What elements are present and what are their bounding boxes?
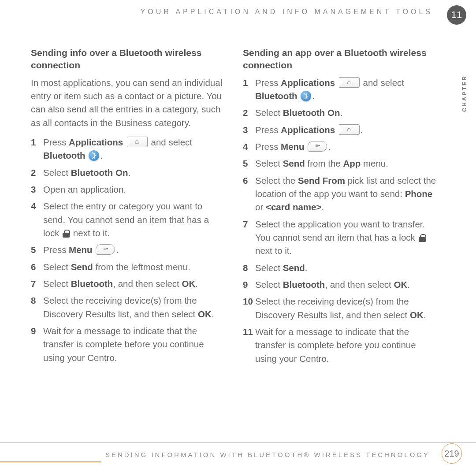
text: Select: [43, 262, 71, 272]
step-text: Select the Send From pick list and selec…: [255, 174, 436, 214]
right-step-2: 2 Select Bluetooth On.: [243, 106, 436, 119]
chapter-label: CHAPTER: [461, 75, 468, 112]
lock-icon: [419, 234, 426, 242]
right-step-1: 1 Press Applications and select Bluetoot…: [243, 76, 436, 103]
text: Select: [255, 108, 283, 118]
text: Press: [43, 245, 69, 255]
left-step-5: 5 Press Menu .: [31, 243, 224, 257]
left-step-8: 8 Select the receiving device(s) from th…: [31, 294, 224, 321]
step-number: 10: [243, 295, 255, 322]
text: .: [195, 279, 198, 289]
text: Select the application you want to trans…: [255, 219, 425, 242]
left-intro-paragraph: In most applications, you can send an in…: [31, 76, 224, 130]
step-text: Select the receiving device(s) from the …: [255, 295, 436, 322]
step-number: 7: [31, 277, 43, 290]
text: .: [312, 91, 315, 101]
bold-text: Menu: [69, 245, 93, 255]
step-number: 4: [243, 140, 255, 153]
left-step-9: 9 Wait for a message to indicate that th…: [31, 324, 224, 364]
left-section-title: Sending info over a Bluetooth wireless c…: [31, 47, 224, 72]
right-step-10: 10 Select the receiving device(s) from t…: [243, 295, 436, 322]
step-number: 3: [31, 183, 43, 196]
step-text: Press Menu .: [255, 140, 436, 153]
step-text: Press Applications .: [255, 123, 436, 137]
text: menu.: [361, 158, 388, 168]
step-number: 3: [243, 123, 255, 137]
bold-text: Bluetooth: [43, 150, 86, 160]
step-number: 1: [31, 136, 43, 163]
text: .: [212, 309, 214, 319]
step-number: 2: [243, 106, 255, 119]
left-step-7: 7 Select Bluetooth, and then select OK.: [31, 277, 224, 290]
step-number: 7: [243, 218, 255, 258]
step-number: 8: [31, 294, 43, 321]
step-number: 8: [243, 261, 255, 275]
text: next to it.: [71, 228, 110, 238]
text: .: [424, 310, 426, 320]
bold-text: App: [343, 158, 361, 168]
text: Select: [43, 167, 71, 178]
bold-text: Send: [71, 262, 93, 272]
left-column: Sending info over a Bluetooth wireless c…: [31, 47, 224, 369]
text: .: [328, 141, 331, 152]
step-text: Select Bluetooth, and then select OK.: [43, 277, 224, 290]
right-step-4: 4 Press Menu .: [243, 140, 436, 153]
left-steps-list: 1 Press Applications and select Bluetoot…: [31, 136, 224, 364]
step-number: 1: [243, 76, 255, 103]
bold-text: Bluetooth: [255, 91, 298, 101]
right-step-11: 11 Wait for a message to indicate that t…: [243, 325, 436, 365]
text: .: [100, 150, 103, 160]
step-text: Press Applications and select Bluetooth …: [255, 76, 436, 103]
text: Press: [255, 125, 281, 135]
text: , and then select: [325, 279, 394, 290]
bold-text: Applications: [281, 125, 335, 135]
text: Press: [43, 137, 69, 147]
step-number: 2: [31, 166, 43, 179]
text: .: [321, 202, 324, 212]
text: .: [128, 167, 130, 178]
step-text: Select the receiving device(s) from the …: [43, 294, 224, 321]
text: or: [255, 202, 266, 212]
bold-text: Send: [283, 158, 305, 168]
chapter-number-badge: 11: [447, 5, 466, 25]
right-step-9: 9 Select Bluetooth, and then select OK.: [243, 278, 436, 291]
step-text: Wait for a message to indicate that the …: [43, 324, 224, 364]
step-number: 6: [31, 260, 43, 274]
step-text: Open an application.: [43, 183, 224, 196]
bold-text: Applications: [69, 137, 123, 147]
step-number: 6: [243, 174, 255, 214]
text: Select: [255, 279, 283, 290]
menu-key-icon: [96, 244, 115, 255]
step-number: 9: [31, 324, 43, 364]
step-number: 5: [31, 243, 43, 257]
text: Press: [255, 141, 281, 152]
step-number: 4: [31, 200, 43, 240]
bold-text: <card name>: [266, 202, 322, 212]
text: from the: [305, 158, 343, 168]
step-text: Select Bluetooth On.: [43, 166, 224, 179]
left-step-4: 4 Select the entry or category you want …: [31, 200, 224, 240]
lock-icon: [63, 230, 70, 238]
running-header: YOUR APPLICATION AND INFO MANAGEMENT TOO…: [31, 8, 436, 16]
left-step-1: 1 Press Applications and select Bluetoot…: [31, 136, 224, 163]
step-text: Select Send.: [255, 261, 436, 275]
step-text: Wait for a message to indicate that the …: [255, 325, 436, 365]
bold-text: Bluetooth: [71, 279, 113, 289]
bold-text: Phone: [405, 189, 433, 199]
text: .: [361, 125, 363, 135]
right-step-3: 3 Press Applications .: [243, 123, 436, 137]
step-number: 5: [243, 157, 255, 170]
footer-accent-bar: [0, 461, 101, 462]
right-step-6: 6 Select the Send From pick list and sel…: [243, 174, 436, 214]
manual-page: YOUR APPLICATION AND INFO MANAGEMENT TOO…: [0, 0, 476, 476]
step-text: Press Applications and select Bluetooth …: [43, 136, 224, 163]
right-step-8: 8 Select Send.: [243, 261, 436, 275]
step-text: Select Bluetooth On.: [255, 106, 436, 119]
right-column: Sending an app over a Bluetooth wireless…: [243, 47, 436, 369]
left-step-2: 2 Select Bluetooth On.: [31, 166, 224, 179]
right-step-7: 7 Select the application you want to tra…: [243, 218, 436, 258]
menu-key-icon: [308, 141, 327, 152]
text: and select: [363, 78, 404, 88]
bold-text: Send: [283, 263, 305, 273]
text: Press: [255, 78, 281, 88]
